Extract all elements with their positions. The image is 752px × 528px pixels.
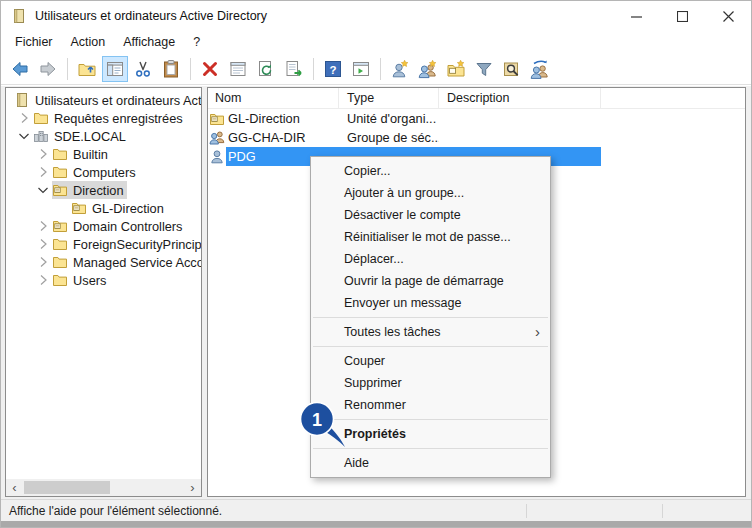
chevron-right-icon[interactable] xyxy=(34,254,52,270)
column-header-nom[interactable]: Nom xyxy=(208,88,339,108)
context-menu-item-aide[interactable]: Aide xyxy=(311,452,550,474)
window-new-button[interactable] xyxy=(348,56,374,82)
console-root-icon xyxy=(14,92,30,108)
tree-item[interactable]: ForeignSecurityPrincipals xyxy=(6,235,201,253)
menubar-item-action[interactable]: Action xyxy=(62,33,115,51)
scroll-right-arrow-icon[interactable]: › xyxy=(184,479,201,496)
refresh-button[interactable] xyxy=(253,56,279,82)
delete-button[interactable] xyxy=(197,56,223,82)
list-cell-description xyxy=(439,128,601,147)
column-header-type[interactable]: Type xyxy=(339,88,439,108)
list-header: NomTypeDescription xyxy=(208,88,745,109)
column-header-description[interactable]: Description xyxy=(439,88,601,108)
refresh-icon xyxy=(256,59,276,79)
tree-item-content[interactable]: GL-Direction xyxy=(71,199,167,217)
context-menu-item-toutes-les-tâches[interactable]: Toutes les tâches› xyxy=(311,321,550,343)
find-directory-button[interactable] xyxy=(499,56,525,82)
tree-item-content[interactable]: Direction xyxy=(52,181,127,199)
forward-button[interactable] xyxy=(35,56,61,82)
menubar-item-affichage[interactable]: Affichage xyxy=(114,33,184,51)
tree-item-content[interactable]: Requêtes enregistrées xyxy=(33,109,186,127)
badge-icon: 1 xyxy=(297,399,349,451)
tree-item[interactable]: Users xyxy=(6,271,201,289)
tree-item-label: Builtin xyxy=(73,147,108,162)
context-menu-item-réinitialiser-le-mot-de-passe[interactable]: Réinitialiser le mot de passe... xyxy=(311,226,550,248)
context-menu-item-supprimer[interactable]: Supprimer xyxy=(311,372,550,394)
filter-button[interactable] xyxy=(471,56,497,82)
up-level-button[interactable] xyxy=(74,56,100,82)
chevron-right-icon[interactable] xyxy=(15,110,33,126)
chevron-down-icon[interactable] xyxy=(15,128,33,144)
chevron-right-icon[interactable] xyxy=(34,146,52,162)
list-cell-description xyxy=(439,109,601,128)
tree-item[interactable]: GL-Direction xyxy=(6,199,201,217)
delete-icon xyxy=(200,59,220,79)
tree-item-label: Users xyxy=(73,273,106,288)
scroll-left-arrow-icon[interactable]: ‹ xyxy=(6,479,23,496)
paste-button[interactable] xyxy=(158,56,184,82)
toolbar-separator xyxy=(67,58,68,80)
tree-horizontal-scrollbar[interactable]: ‹ › xyxy=(6,479,201,496)
chevron-right-icon[interactable] xyxy=(34,218,52,234)
tree-item-content[interactable]: Users xyxy=(52,271,109,289)
console-tree-button[interactable] xyxy=(102,56,128,82)
properties-button[interactable] xyxy=(225,56,251,82)
list-row[interactable]: GG-CHA-DIRGroupe de séc... xyxy=(208,128,745,147)
menubar-item-?[interactable]: ? xyxy=(184,33,209,51)
tree-item-label: Managed Service Accounts xyxy=(73,255,202,270)
tree-item[interactable]: Requêtes enregistrées xyxy=(6,109,201,127)
tree-item[interactable]: Utilisateurs et ordinateurs Active Direc… xyxy=(6,91,201,109)
tree-item-content[interactable]: Domain Controllers xyxy=(52,217,186,235)
context-menu-item-ajouter-à-un-groupe[interactable]: Ajouter à un groupe... xyxy=(311,182,550,204)
tree-item-label: Domain Controllers xyxy=(73,219,183,234)
toolbar: ? xyxy=(1,53,751,85)
list-cell-type: Groupe de séc... xyxy=(339,128,439,147)
back-icon xyxy=(10,59,30,79)
scrollbar-thumb[interactable] xyxy=(24,481,110,494)
context-menu-item-désactiver-le-compte[interactable]: Désactiver le compte xyxy=(311,204,550,226)
tree-item[interactable]: Domain Controllers xyxy=(6,217,201,235)
group-icon xyxy=(208,130,226,146)
menubar-item-fichier[interactable]: Fichier xyxy=(6,33,62,51)
back-button[interactable] xyxy=(7,56,33,82)
tree-item-content[interactable]: Managed Service Accounts xyxy=(52,253,202,271)
chevron-down-icon[interactable] xyxy=(34,182,52,198)
tree-item-content[interactable]: Computers xyxy=(52,163,139,181)
new-user-button[interactable] xyxy=(387,56,413,82)
help-button[interactable]: ? xyxy=(320,56,346,82)
tree-item-content[interactable]: SDE.LOCAL xyxy=(33,127,129,145)
context-menu-item-copier[interactable]: Copier... xyxy=(311,160,550,182)
maximize-button[interactable] xyxy=(659,1,705,31)
new-group-button[interactable] xyxy=(415,56,441,82)
ou-icon xyxy=(71,200,87,216)
chevron-right-icon[interactable] xyxy=(34,272,52,288)
cut-button[interactable] xyxy=(130,56,156,82)
window-controls xyxy=(613,1,751,31)
change-domain-button[interactable] xyxy=(527,56,553,82)
export-list-icon xyxy=(284,59,304,79)
tree-item[interactable]: Computers xyxy=(6,163,201,181)
tree-item[interactable]: Direction xyxy=(6,181,201,199)
tree-item-label: Direction xyxy=(73,183,124,198)
tree-item[interactable]: Builtin xyxy=(6,145,201,163)
export-list-button[interactable] xyxy=(281,56,307,82)
tree-item-label: Utilisateurs et ordinateurs Active Direc… xyxy=(35,93,202,108)
context-menu-item-couper[interactable]: Couper xyxy=(311,350,550,372)
context-menu-item-envoyer-un-message[interactable]: Envoyer un message xyxy=(311,292,550,314)
new-ou-button[interactable] xyxy=(443,56,469,82)
close-button[interactable] xyxy=(705,1,751,31)
tree-item[interactable]: SDE.LOCAL xyxy=(6,127,201,145)
chevron-right-icon[interactable] xyxy=(34,164,52,180)
context-menu-item-déplacer[interactable]: Déplacer... xyxy=(311,248,550,270)
tree-item-content[interactable]: Utilisateurs et ordinateurs Active Direc… xyxy=(14,91,202,109)
folder-icon xyxy=(33,110,49,126)
chevron-right-icon[interactable] xyxy=(34,236,52,252)
list-row[interactable]: GL-DirectionUnité d'organi... xyxy=(208,109,745,128)
toolbar-separator xyxy=(190,58,191,80)
tree-item-content[interactable]: Builtin xyxy=(52,145,111,163)
folder-icon xyxy=(52,254,68,270)
context-menu-item-ouvrir-la-page-de-démarrage[interactable]: Ouvrir la page de démarrage xyxy=(311,270,550,292)
tree-item-content[interactable]: ForeignSecurityPrincipals xyxy=(52,235,202,253)
tree-item[interactable]: Managed Service Accounts xyxy=(6,253,201,271)
minimize-button[interactable] xyxy=(613,1,659,31)
